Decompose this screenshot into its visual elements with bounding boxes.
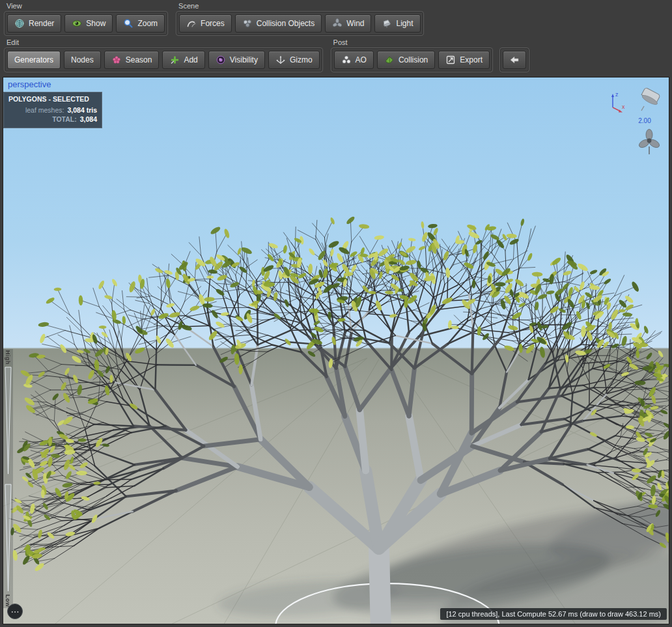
lod-slider-wedges[interactable] [3, 349, 13, 608]
light-button-label: Light [396, 19, 413, 28]
viewport-3d[interactable]: perspective POLYGONS - SELECTED leaf mes… [3, 77, 669, 624]
render-globe-icon [14, 18, 25, 29]
add-button[interactable]: Add [162, 51, 204, 69]
nodes-button[interactable]: Nodes [64, 51, 101, 69]
flower-icon [111, 55, 122, 65]
forces-button-label: Forces [201, 19, 225, 28]
lod-high-label: High [5, 350, 11, 365]
gizmo-button[interactable]: Gizmo [268, 51, 320, 69]
render-button[interactable]: Render [7, 14, 61, 33]
edit-group-panel: Generators Nodes Season Add Visibility G… [4, 48, 323, 72]
show-button-label: Show [86, 19, 105, 28]
spheres-icon [242, 18, 253, 29]
toolbar-row-2: Edit Generators Nodes Season Add Visibil… [4, 38, 529, 72]
post-group-panel: AO Collision Export [331, 48, 493, 72]
season-button[interactable]: Season [104, 51, 160, 69]
lod-slider[interactable]: High Low [3, 349, 13, 608]
wind-gizmo[interactable] [636, 128, 662, 160]
fan-icon [332, 18, 343, 29]
axis-gizmo[interactable]: z x [602, 91, 626, 118]
zoom-button-label: Zoom [137, 19, 158, 28]
ao-dots-icon [341, 55, 352, 65]
scene-group-panel: Forces Collision Objects Wind Light [176, 11, 423, 36]
magnifier-icon [123, 18, 133, 29]
view-group-panel: Render Show Zoom [4, 11, 168, 36]
season-button-label: Season [126, 55, 152, 64]
gizmo-arrows-icon [275, 55, 286, 65]
light-value: 2.00 [635, 117, 654, 124]
generators-button[interactable]: Generators [7, 51, 61, 69]
export-button[interactable]: Export [438, 51, 490, 69]
tree-render [3, 77, 669, 624]
export-button-label: Export [460, 55, 483, 64]
nodes-button-label: Nodes [71, 55, 94, 64]
edit-group: Edit Generators Nodes Season Add Visibil… [4, 38, 323, 72]
light-gizmo[interactable]: 2.00 [635, 88, 664, 124]
post-group-label: Post [333, 38, 529, 46]
view-group: View Render Show Zoom [4, 1, 168, 36]
render-button-label: Render [29, 19, 54, 28]
scene-group: Scene Forces Collision Objects Wind Ligh… [176, 1, 423, 36]
axis-x-label: x [622, 104, 625, 110]
back-arrow-icon [509, 55, 520, 65]
scene-group-label: Scene [178, 2, 423, 10]
view-group-label: View [7, 2, 168, 10]
back-button[interactable] [503, 51, 526, 69]
visibility-button[interactable]: Visibility [208, 51, 265, 69]
gizmo-button-label: Gizmo [290, 55, 313, 64]
polygons-panel: POLYGONS - SELECTED leaf meshes: 3,084 t… [3, 92, 102, 128]
back-button-panel [499, 48, 529, 72]
collision-button[interactable]: Collision [377, 51, 435, 69]
show-button[interactable]: Show [64, 14, 113, 33]
polygons-panel-title: POLYGONS - SELECTED [8, 95, 97, 103]
collision-objects-button[interactable]: Collision Objects [235, 14, 322, 33]
more-options-button[interactable]: ⋯ [7, 604, 23, 619]
light-gizmo-icon [635, 105, 664, 116]
zoom-button[interactable]: Zoom [116, 14, 165, 33]
visibility-eye-icon [216, 55, 226, 65]
collision-button-label: Collision [399, 55, 428, 64]
ao-button[interactable]: AO [334, 51, 374, 69]
forces-button[interactable]: Forces [179, 14, 232, 33]
edit-group-label: Edit [7, 38, 323, 46]
status-bar: [12 cpu threads], Last Compute 52.67 ms … [440, 608, 667, 620]
polygons-row-value: 3,084 tris [67, 105, 97, 115]
light-button[interactable]: Light [374, 14, 420, 33]
polygons-row-leaf-meshes: leaf meshes: 3,084 tris [8, 105, 97, 115]
collision-objects-button-label: Collision Objects [257, 19, 315, 28]
camera-label[interactable]: perspective [8, 79, 51, 89]
collision-shape-icon [384, 55, 395, 65]
lamp-icon [382, 18, 392, 29]
visibility-button-label: Visibility [230, 55, 258, 64]
wind-button-label: Wind [346, 19, 364, 28]
generators-button-label: Generators [14, 55, 53, 64]
polygons-row-total: TOTAL: 3,084 [8, 115, 97, 124]
toolbar-row-1: View Render Show Zoom Scene Forces [4, 1, 424, 36]
axis-z-label: z [615, 91, 619, 98]
wind-gizmo-icon [636, 148, 662, 159]
polygons-row-label: leaf meshes: [25, 105, 64, 115]
add-plus-icon [169, 55, 180, 65]
polygons-total-value: 3,084 [80, 115, 97, 124]
ao-button-label: AO [356, 55, 367, 64]
wind-button[interactable]: Wind [325, 14, 371, 33]
force-curve-icon [186, 18, 197, 29]
add-button-label: Add [184, 55, 197, 64]
export-icon [445, 55, 456, 65]
post-group: Post AO Collision Export [331, 38, 529, 72]
eye-icon [72, 18, 82, 29]
polygons-total-label: TOTAL: [52, 115, 77, 124]
